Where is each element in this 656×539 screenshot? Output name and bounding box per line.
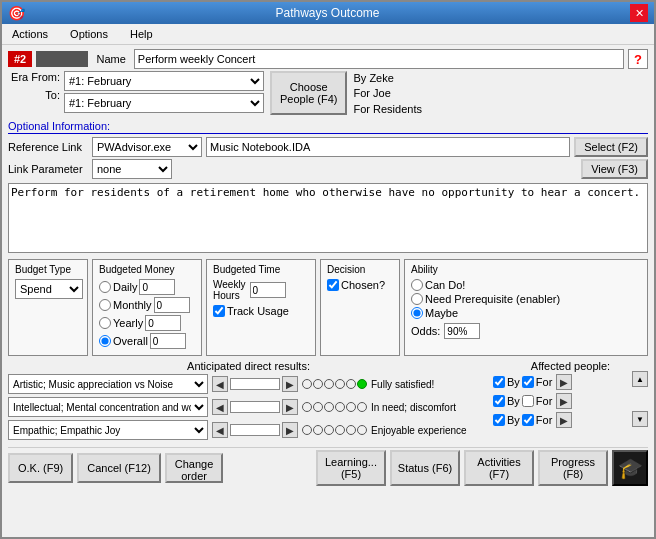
anticipated-section: Anticipated direct results: Artistic; Mu… xyxy=(8,360,489,443)
reference-link-row: Reference Link PWAdvisor.exe Select (F2) xyxy=(8,137,648,157)
yearly-label: Yearly xyxy=(113,317,143,329)
ref-file-input[interactable] xyxy=(206,137,570,157)
affected-by-1[interactable] xyxy=(493,395,505,407)
learning-button[interactable]: Learning... (F5) xyxy=(316,450,386,486)
odds-input[interactable] xyxy=(444,323,480,339)
ref-exe-select[interactable]: PWAdvisor.exe xyxy=(92,137,202,157)
result-row-0: Artistic; Music appreciation vs Noise ◀ … xyxy=(8,374,489,394)
monthly-label: Monthly xyxy=(113,299,152,311)
track-usage-checkbox[interactable] xyxy=(213,305,225,317)
slider-left-1[interactable]: ◀ xyxy=(212,399,228,415)
yearly-input[interactable] xyxy=(145,315,181,331)
era-to-select[interactable]: #1: February xyxy=(64,93,264,113)
affected-by-2[interactable] xyxy=(493,414,505,426)
help-button[interactable]: ? xyxy=(628,49,648,69)
name-input[interactable] xyxy=(134,49,624,69)
id-dark xyxy=(36,51,88,67)
yearly-row: Yearly xyxy=(99,315,195,331)
yearly-radio[interactable] xyxy=(99,317,111,329)
chosen-checkbox[interactable] xyxy=(327,279,339,291)
overall-input[interactable] xyxy=(150,333,186,349)
link-param-label: Link Parameter xyxy=(8,163,88,175)
anticipated-label: Anticipated direct results: xyxy=(8,360,489,372)
need-prereq-label: Need Prerequisite (enabler) xyxy=(425,293,560,305)
change-order-button[interactable]: Change order xyxy=(165,453,224,483)
era-from-select[interactable]: #1: February xyxy=(64,71,264,91)
circle-2-2 xyxy=(324,425,334,435)
status-button[interactable]: Status (F6) xyxy=(390,450,460,486)
overall-radio[interactable] xyxy=(99,335,111,347)
link-parameter-row: Link Parameter none View (F3) xyxy=(8,159,648,179)
menu-options[interactable]: Options xyxy=(64,26,114,42)
hat-button[interactable]: 🎓 xyxy=(612,450,648,486)
decision-panel: Decision Chosen? xyxy=(320,259,400,356)
result-row-2: Empathic; Empathic Joy ◀ ▶ xyxy=(8,420,489,440)
maybe-label: Maybe xyxy=(425,307,458,319)
cancel-button[interactable]: Cancel (F12) xyxy=(77,453,161,483)
track-usage-row: Track Usage xyxy=(213,305,309,317)
can-do-label: Can Do! xyxy=(425,279,465,291)
link-param-select[interactable]: none xyxy=(92,159,172,179)
can-do-radio[interactable] xyxy=(411,279,423,291)
slider-right-2[interactable]: ▶ xyxy=(282,422,298,438)
budgeted-money-panel: Budgeted Money Daily Monthly Yearly xyxy=(92,259,202,356)
ability-panel: Ability Can Do! Need Prerequisite (enabl… xyxy=(404,259,648,356)
budgeted-time-label: Budgeted Time xyxy=(213,264,309,275)
daily-radio[interactable] xyxy=(99,281,111,293)
circle-0-0 xyxy=(302,379,312,389)
category-select-0[interactable]: Artistic; Music appreciation vs Noise xyxy=(8,374,208,394)
budget-type-label: Budget Type xyxy=(15,264,81,275)
slider-left-2[interactable]: ◀ xyxy=(212,422,228,438)
by-info: By Zeke For Joe For Residents xyxy=(353,71,421,117)
category-select-1[interactable]: Intellectual; Mental concentration and w… xyxy=(8,397,208,417)
choose-people-button[interactable]: Choose People (F4) xyxy=(270,71,347,115)
activities-button[interactable]: Activities (F7) xyxy=(464,450,534,486)
budget-type-select[interactable]: Spend xyxy=(15,279,83,299)
slider-track-0[interactable] xyxy=(230,378,280,390)
circles-1 xyxy=(302,402,367,412)
daily-input[interactable] xyxy=(139,279,175,295)
status-label-0: Fully satisfied! xyxy=(371,379,434,390)
circle-0-2 xyxy=(324,379,334,389)
affected-arrow-1[interactable]: ▶ xyxy=(556,393,572,409)
app-icon: 🎯 xyxy=(8,5,25,21)
affected-arrow-2[interactable]: ▶ xyxy=(556,412,572,428)
weekly-hours-input[interactable] xyxy=(250,282,286,298)
slider-track-2[interactable] xyxy=(230,424,280,436)
bottom-panels: Budget Type Spend Budgeted Money Daily M… xyxy=(8,259,648,356)
slider-left-0[interactable]: ◀ xyxy=(212,376,228,392)
overall-label: Overall xyxy=(113,335,148,347)
scroll-down[interactable]: ▼ xyxy=(632,411,648,427)
odds-row: Odds: xyxy=(411,323,641,339)
affected-for-0[interactable] xyxy=(522,376,534,388)
maybe-radio[interactable] xyxy=(411,307,423,319)
menu-actions[interactable]: Actions xyxy=(6,26,54,42)
circle-2-0 xyxy=(302,425,312,435)
view-f3-button[interactable]: View (F3) xyxy=(581,159,648,179)
circle-0-5 xyxy=(357,379,367,389)
affected-arrow-0[interactable]: ▶ xyxy=(556,374,572,390)
select-f2-button[interactable]: Select (F2) xyxy=(574,137,648,157)
affected-for-1[interactable] xyxy=(522,395,534,407)
for-label-1: For xyxy=(536,395,553,407)
category-select-2[interactable]: Empathic; Empathic Joy xyxy=(8,420,208,440)
era-to-label: To: xyxy=(8,89,60,101)
need-prereq-radio[interactable] xyxy=(411,293,423,305)
circle-0-3 xyxy=(335,379,345,389)
monthly-radio[interactable] xyxy=(99,299,111,311)
slider-right-1[interactable]: ▶ xyxy=(282,399,298,415)
slider-track-1[interactable] xyxy=(230,401,280,413)
close-button[interactable]: ✕ xyxy=(630,4,648,22)
decision-label: Decision xyxy=(327,264,393,275)
ok-button[interactable]: O.K. (F9) xyxy=(8,453,73,483)
ability-label: Ability xyxy=(411,264,641,275)
menu-help[interactable]: Help xyxy=(124,26,159,42)
slider-right-0[interactable]: ▶ xyxy=(282,376,298,392)
affected-for-2[interactable] xyxy=(522,414,534,426)
progress-button[interactable]: Progress (F8) xyxy=(538,450,608,486)
affected-by-0[interactable] xyxy=(493,376,505,388)
era-section: Era From: To: #1: February #1: February xyxy=(8,71,264,113)
monthly-input[interactable] xyxy=(154,297,190,313)
scroll-up[interactable]: ▲ xyxy=(632,371,648,387)
description-textarea[interactable]: Perform for residents of a retirement ho… xyxy=(8,183,648,253)
